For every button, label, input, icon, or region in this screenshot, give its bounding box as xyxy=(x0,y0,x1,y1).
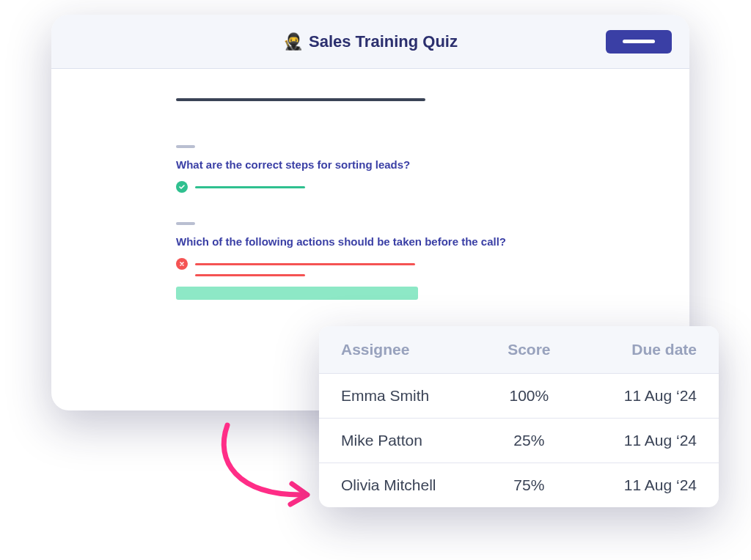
quiz-header: 🥷 Sales Training Quiz xyxy=(51,15,689,69)
answer-row xyxy=(176,258,565,270)
cross-icon xyxy=(176,258,188,270)
due-cell: 11 Aug ‘24 xyxy=(575,432,697,449)
arrow-icon xyxy=(205,418,323,513)
column-header-score: Score xyxy=(483,341,575,358)
score-cell: 75% xyxy=(483,476,575,494)
question-text: What are the correct steps for sorting l… xyxy=(176,158,565,171)
table-row[interactable]: Olivia Mitchell75%11 Aug ‘24 xyxy=(319,463,719,507)
score-cell: 25% xyxy=(483,432,575,449)
question-label-bar xyxy=(176,222,195,225)
answer-bar xyxy=(195,263,415,265)
results-card: Assignee Score Due date Emma Smith100%11… xyxy=(319,326,719,507)
question-block: Which of the following actions should be… xyxy=(176,222,565,300)
score-cell: 100% xyxy=(483,387,575,405)
ninja-icon: 🥷 xyxy=(283,32,303,51)
table-row[interactable]: Mike Patton25%11 Aug ‘24 xyxy=(319,418,719,463)
due-cell: 11 Aug ‘24 xyxy=(575,476,697,494)
table-row[interactable]: Emma Smith100%11 Aug ‘24 xyxy=(319,373,719,418)
question-text: Which of the following actions should be… xyxy=(176,235,565,248)
results-header: Assignee Score Due date xyxy=(319,326,719,373)
column-header-due: Due date xyxy=(575,341,697,358)
answer-row xyxy=(176,181,565,193)
due-cell: 11 Aug ‘24 xyxy=(575,387,697,405)
header-action-button[interactable] xyxy=(606,30,672,54)
quiz-body: What are the correct steps for sorting l… xyxy=(51,69,689,351)
button-bar-icon xyxy=(623,40,655,43)
answer-row xyxy=(176,274,565,276)
column-header-assignee: Assignee xyxy=(341,341,483,358)
quiz-title: 🥷 Sales Training Quiz xyxy=(283,32,458,51)
assignee-cell: Emma Smith xyxy=(341,387,483,405)
question-label-bar xyxy=(176,145,195,148)
answer-bar xyxy=(195,186,305,188)
answer-bar xyxy=(195,274,305,276)
assignee-cell: Olivia Mitchell xyxy=(341,476,483,494)
checkmark-icon xyxy=(176,181,188,193)
question-block: What are the correct steps for sorting l… xyxy=(176,145,565,193)
assignee-cell: Mike Patton xyxy=(341,432,483,449)
quiz-title-text: Sales Training Quiz xyxy=(309,32,458,51)
answer-highlight-bar xyxy=(176,287,418,300)
content-title-placeholder xyxy=(176,98,425,101)
